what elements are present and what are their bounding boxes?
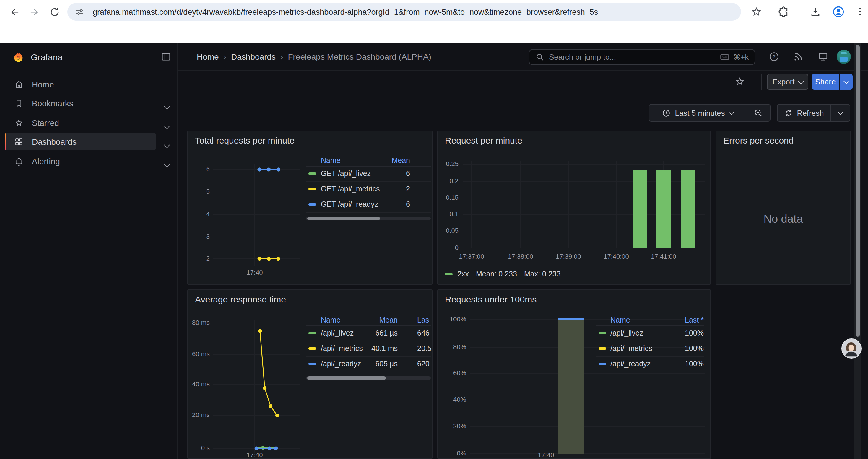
sidebar-starred-expand-icon[interactable] — [165, 120, 169, 131]
browser-toolbar: grafana.mathmast.com/d/deytv4rwavabkb/fr… — [0, 0, 868, 24]
legend-header-mean[interactable]: Mean — [379, 316, 398, 324]
site-settings-icon[interactable] — [74, 7, 85, 17]
legend-header-last[interactable]: Las — [417, 316, 429, 324]
legend-series-name[interactable]: GET /api/_livez — [321, 169, 371, 178]
help-icon[interactable]: ? — [769, 52, 779, 62]
panel-request-per-minute[interactable]: Request per minute 0.25 0.2 0.15 0.1 0.0… — [437, 131, 711, 285]
bell-icon — [14, 156, 24, 166]
refresh-label: Refresh — [797, 108, 824, 117]
series-color-dash[interactable] — [445, 273, 453, 275]
keyboard-icon — [720, 52, 730, 62]
legend-last-value: 100% — [685, 329, 704, 337]
export-button[interactable]: Export — [767, 74, 808, 90]
sidebar-toggle-icon[interactable] — [161, 52, 172, 62]
legend-series-name[interactable]: /api/_metrics — [610, 345, 652, 353]
x-tick: 17:40 — [246, 269, 262, 276]
breadcrumb-dashboards[interactable]: Dashboards — [231, 52, 276, 61]
legend-scrollbar[interactable] — [306, 217, 431, 220]
legend-series-name[interactable]: /api/_readyz — [610, 360, 651, 368]
extensions-icon[interactable] — [778, 6, 789, 18]
zoom-out-button[interactable] — [746, 104, 770, 121]
grafana-logo[interactable] — [12, 50, 25, 63]
series-color-dash[interactable] — [308, 347, 316, 350]
series-color-dash[interactable] — [598, 347, 606, 350]
legend-series-name[interactable]: /api/_readyz — [321, 360, 361, 368]
legend-row: /api/_readyz 605 µs 620 — [306, 357, 431, 372]
brand-name[interactable]: Grafana — [31, 52, 63, 62]
legend-series-name[interactable]: GET /api/_metrics — [321, 185, 380, 193]
active-item-accent — [5, 133, 6, 150]
y-tick: 80% — [438, 343, 466, 350]
sidebar-item-alerting[interactable]: Alerting — [5, 153, 156, 169]
assistant-avatar[interactable] — [841, 338, 862, 359]
refresh-button[interactable]: Refresh — [778, 104, 830, 121]
legend-table: Name Last * /api/_livez 100% /api/_metri… — [596, 316, 704, 384]
user-avatar[interactable] — [837, 50, 851, 64]
breadcrumb-home[interactable]: Home — [197, 52, 219, 61]
y-tick: 0 — [438, 244, 459, 251]
legend-header-name[interactable]: Name — [610, 316, 630, 324]
y-tick: 4 — [192, 210, 210, 218]
url-text[interactable]: grafana.mathmast.com/d/deytv4rwavabkb/fr… — [93, 7, 598, 16]
address-bar[interactable]: grafana.mathmast.com/d/deytv4rwavabkb/fr… — [67, 3, 741, 21]
sidebar-alerting-expand-icon[interactable] — [165, 158, 169, 169]
legend-series-name[interactable]: 2xx — [457, 270, 469, 278]
forward-icon[interactable] — [28, 6, 39, 18]
dashboards-icon — [14, 137, 24, 146]
legend-mean-value: 6 — [406, 200, 410, 208]
legend-last-value: 646 — [417, 329, 430, 337]
profile-icon[interactable] — [832, 5, 845, 18]
legend-series-name[interactable]: /api/_metrics — [321, 345, 363, 353]
sidebar-bookmarks-expand-icon[interactable] — [165, 100, 169, 111]
legend-header-name[interactable]: Name — [321, 316, 341, 324]
favorite-star-icon[interactable] — [735, 76, 745, 87]
series-color-dash[interactable] — [598, 363, 606, 365]
legend-series-name[interactable]: /api/_livez — [610, 329, 643, 337]
legend-mean: Mean: 0.233 — [476, 270, 517, 278]
series-color-dash[interactable] — [308, 363, 316, 365]
legend-header-last[interactable]: Last * — [685, 316, 704, 324]
back-icon[interactable] — [9, 6, 21, 18]
series-color-dash[interactable] — [598, 332, 606, 334]
series-color-dash[interactable] — [308, 332, 316, 334]
page-scrollbar-thumb[interactable] — [856, 45, 860, 337]
sidebar-dashboards-expand-icon[interactable] — [165, 139, 169, 150]
panel-requests-under-100ms[interactable]: Requests under 100ms 100% 80% 60% 40% 20… — [437, 290, 711, 459]
y-tick: 0.25 — [438, 160, 459, 167]
series-color-dash[interactable] — [308, 172, 316, 175]
refresh-interval-dropdown[interactable] — [830, 104, 850, 121]
share-button[interactable]: Share — [812, 74, 839, 90]
legend-header-name[interactable]: Name — [321, 157, 341, 165]
legend-row: /api/_metrics 100% — [596, 341, 704, 357]
home-icon — [14, 79, 24, 89]
search-input[interactable]: Search or jump to... ⌘+k — [529, 49, 755, 65]
reload-icon[interactable] — [49, 6, 60, 18]
browser-menu-icon[interactable] — [855, 6, 866, 17]
sidebar-item-home[interactable]: Home — [5, 76, 156, 93]
legend-header-mean[interactable]: Mean — [392, 157, 410, 165]
sidebar-item-bookmarks[interactable]: Bookmarks — [5, 95, 156, 112]
legend-table: Name Mean Las /api/_livez 661 µs 646 /ap… — [306, 316, 431, 384]
panel-errors-per-second[interactable]: Errors per second No data — [716, 131, 851, 285]
sidebar-item-dashboards[interactable]: Dashboards — [5, 133, 156, 150]
sidebar-item-starred[interactable]: Starred — [5, 114, 156, 131]
series-color-dash[interactable] — [308, 203, 316, 205]
y-tick: 0.15 — [438, 194, 459, 201]
legend-series-name[interactable]: GET /api/_readyz — [321, 200, 378, 208]
series-color-dash[interactable] — [308, 188, 316, 190]
legend-last-value: 100% — [685, 345, 704, 353]
bookmark-star-icon[interactable] — [750, 6, 762, 18]
panel-total-requests[interactable]: Total requests per minute 6 5 4 3 2 17:4… — [187, 131, 433, 285]
bookmarks-bar: Freeleaps 收藏博客 — [0, 24, 868, 42]
legend-scrollbar[interactable] — [306, 376, 431, 380]
rss-news-icon[interactable] — [793, 52, 804, 62]
y-tick: 2 — [192, 255, 210, 262]
search-shortcut: ⌘+k — [733, 53, 749, 61]
monitor-icon[interactable] — [818, 52, 829, 62]
legend-series-name[interactable]: /api/_livez — [321, 329, 354, 337]
time-range-picker[interactable]: Last 5 minutes — [649, 104, 746, 121]
panel-title[interactable]: Errors per second — [723, 135, 794, 145]
share-dropdown-button[interactable] — [840, 74, 852, 90]
panel-avg-response-time[interactable]: Average response time 80 ms 60 ms 40 ms … — [187, 290, 433, 459]
download-icon[interactable] — [809, 6, 821, 18]
